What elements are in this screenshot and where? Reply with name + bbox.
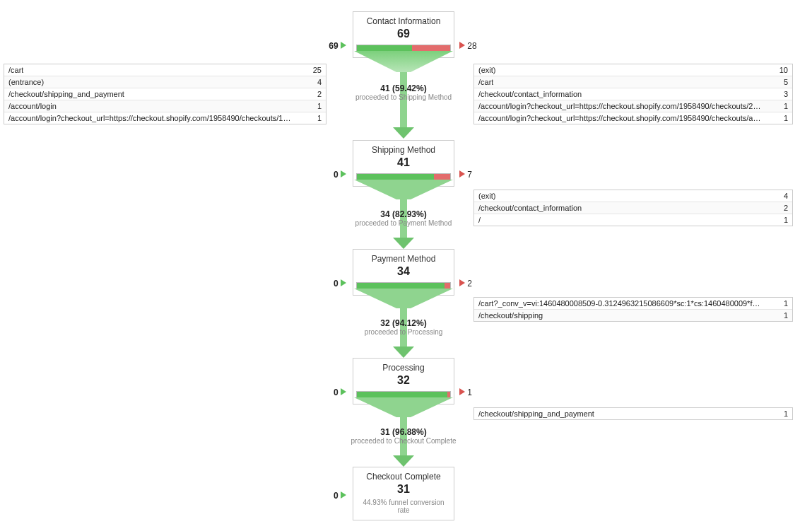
count-cell: 1: [784, 409, 788, 418]
exit-table-step3: /cart?_conv_v=vi:1460480008509-0.3124963…: [473, 297, 793, 322]
count-cell: 2: [317, 90, 322, 98]
table-row[interactable]: (exit)4: [474, 190, 792, 202]
step-title: Checkout Complete: [356, 472, 451, 482]
step-bar: [356, 173, 451, 180]
exit-icon: [459, 388, 465, 395]
step-count: 34: [356, 265, 451, 278]
step-title: Shipping Method: [356, 145, 451, 155]
entry-icon: [341, 491, 346, 499]
path-cell: /checkout/shipping_and_payment: [8, 90, 124, 98]
entry-icon: [341, 170, 346, 177]
step-title: Payment Method: [356, 254, 451, 264]
step-bar: [356, 391, 451, 398]
count-cell: 4: [784, 192, 788, 200]
step-title: Contact Information: [356, 16, 451, 26]
count-cell: 10: [779, 66, 788, 74]
path-cell: /checkout/contact_information: [478, 90, 582, 98]
table-row[interactable]: /account/login?checkout_url=https://chec…: [474, 112, 792, 124]
count-cell: 5: [784, 78, 788, 86]
path-cell: /checkout/shipping_and_payment: [478, 409, 594, 418]
table-row[interactable]: /account/login?checkout_url=https://chec…: [474, 100, 792, 112]
count-cell: 1: [784, 102, 788, 110]
svg-marker-2: [393, 127, 414, 139]
exit-icon: [459, 170, 465, 177]
path-cell: /checkout/shipping: [478, 311, 543, 320]
exit-icon: [459, 279, 465, 286]
step3-entries: 0: [304, 279, 346, 289]
entry-icon: [341, 42, 346, 49]
table-row[interactable]: (exit)10: [474, 64, 792, 76]
table-row[interactable]: /account/login?checkout_url=https://chec…: [4, 112, 326, 124]
count-cell: 3: [784, 90, 788, 98]
table-row[interactable]: /cart25: [4, 64, 326, 76]
count-cell: 1: [317, 102, 322, 110]
svg-marker-8: [393, 347, 414, 358]
step-box-processing: Processing 32: [353, 358, 454, 404]
step-box-payment-method: Payment Method 34: [353, 249, 454, 296]
count-cell: 1: [784, 216, 788, 224]
step5-entries: 0: [304, 491, 346, 501]
path-cell: /checkout/contact_information: [478, 204, 582, 212]
path-cell: (exit): [478, 192, 495, 200]
step-box-contact-information: Contact Information 69: [353, 11, 454, 58]
exit-table-step2: (exit)4/checkout/contact_information2/1: [473, 190, 793, 226]
step3-exits: 2: [459, 279, 472, 289]
table-row[interactable]: /checkout/shipping_and_payment1: [474, 408, 792, 419]
step-count: 31: [356, 483, 451, 496]
exit-icon: [459, 42, 465, 49]
entry-icon: [341, 388, 346, 395]
count-cell: 1: [784, 114, 788, 122]
table-row[interactable]: /account/login1: [4, 100, 326, 112]
path-cell: /: [478, 216, 481, 224]
step2-entries: 0: [304, 170, 346, 180]
table-row[interactable]: /checkout/shipping1: [474, 309, 792, 321]
exit-table-step1: (exit)10/cart5/checkout/contact_informat…: [473, 64, 793, 124]
entry-icon: [341, 279, 346, 286]
count-cell: 25: [313, 66, 322, 74]
count-cell: 1: [784, 311, 788, 320]
path-cell: /cart: [478, 78, 493, 86]
entry-table-step1: /cart25(entrance)4/checkout/shipping_and…: [4, 64, 326, 124]
step-title: Processing: [356, 363, 451, 373]
step-bar: [356, 282, 451, 289]
table-row[interactable]: /1: [474, 214, 792, 226]
exit-table-step4: /checkout/shipping_and_payment1: [473, 407, 793, 420]
step-count: 69: [356, 28, 451, 40]
path-cell: /account/login: [8, 102, 57, 110]
funnel-canvas: Contact Information 69 69 28 41 (59.42%)…: [0, 0, 812, 524]
svg-marker-11: [393, 455, 414, 467]
funnel-conversion-rate: 44.93% funnel conversion rate: [356, 499, 451, 514]
table-row[interactable]: /cart5: [474, 76, 792, 88]
svg-marker-5: [393, 238, 414, 249]
path-cell: /cart: [8, 66, 23, 74]
transition-3: 32 (94.12%) proceeded to Processing: [333, 318, 474, 336]
table-row[interactable]: /cart?_conv_v=vi:1460480008509-0.3124963…: [474, 298, 792, 309]
step4-entries: 0: [304, 388, 346, 397]
table-row[interactable]: /checkout/contact_information3: [474, 88, 792, 100]
transition-4: 31 (96.88%) proceeded to Checkout Comple…: [333, 427, 474, 445]
transition-1: 41 (59.42%) proceeded to Shipping Method: [333, 83, 474, 101]
count-cell: 1: [317, 114, 322, 122]
path-cell: /account/login?checkout_url=https://chec…: [478, 114, 761, 122]
count-cell: 4: [317, 78, 322, 86]
path-cell: (entrance): [8, 78, 44, 86]
count-cell: 2: [784, 204, 788, 212]
step2-exits: 7: [459, 170, 472, 180]
step4-exits: 1: [459, 388, 472, 397]
table-row[interactable]: /checkout/shipping_and_payment2: [4, 88, 326, 100]
count-cell: 1: [784, 299, 788, 308]
table-row[interactable]: (entrance)4: [4, 76, 326, 88]
transition-2: 34 (82.93%) proceeded to Payment Method: [333, 209, 474, 227]
step1-exits: 28: [459, 41, 477, 51]
path-cell: /account/login?checkout_url=https://chec…: [8, 114, 291, 122]
step-count: 41: [356, 156, 451, 169]
step1-entries: 69: [304, 41, 346, 51]
path-cell: (exit): [478, 66, 495, 74]
step-box-checkout-complete: Checkout Complete 31 44.93% funnel conve…: [353, 467, 454, 520]
path-cell: /account/login?checkout_url=https://chec…: [478, 102, 761, 110]
step-count: 32: [356, 374, 451, 387]
step-bar: [356, 45, 451, 52]
path-cell: /cart?_conv_v=vi:1460480008509-0.3124963…: [478, 299, 761, 308]
table-row[interactable]: /checkout/contact_information2: [474, 202, 792, 214]
step-box-shipping-method: Shipping Method 41: [353, 140, 454, 187]
